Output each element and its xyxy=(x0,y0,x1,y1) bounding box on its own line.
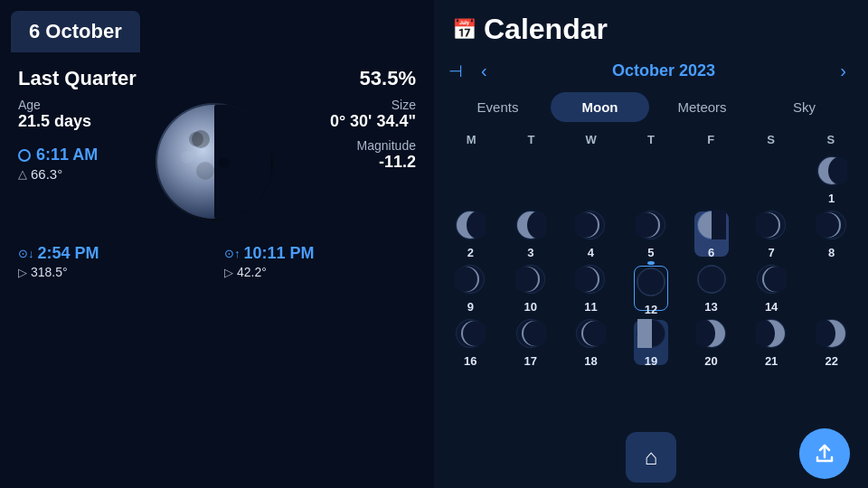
table-row xyxy=(502,154,561,206)
day-cell[interactable]: 3 xyxy=(514,211,548,257)
day-number: 1 xyxy=(828,192,835,205)
table-row[interactable]: 10 xyxy=(502,262,561,314)
day-cell[interactable]: 7 xyxy=(754,211,788,257)
phase-name: Last Quarter xyxy=(18,67,137,90)
table-row[interactable]: 11 xyxy=(561,262,620,314)
table-row[interactable] xyxy=(802,262,861,314)
rise-section: 6:11 AM △ 66.3° xyxy=(18,145,98,182)
table-row[interactable]: 18 xyxy=(561,316,620,369)
home-button[interactable]: ⌂ xyxy=(626,432,676,483)
table-row[interactable]: 9 xyxy=(441,262,500,314)
calendar-week: 1 xyxy=(441,154,861,206)
day-cell[interactable]: 12 xyxy=(634,266,668,311)
table-row[interactable]: 12 xyxy=(622,262,681,314)
svg-rect-27 xyxy=(712,211,726,239)
day-number: 10 xyxy=(524,300,537,314)
transit-time: 2:54 PM xyxy=(38,244,99,263)
day-header-t2: T xyxy=(621,129,681,150)
table-row[interactable]: 8 xyxy=(802,208,861,260)
table-row[interactable]: 6 xyxy=(682,208,741,260)
day-header-m: M xyxy=(441,129,501,150)
calendar-week: 16171819202122 xyxy=(441,316,861,369)
day-cell[interactable]: 22 xyxy=(815,320,849,365)
day-header-s2: S xyxy=(801,129,861,150)
svg-point-6 xyxy=(181,151,193,164)
day-number: 7 xyxy=(769,246,775,259)
moon-phase-icon xyxy=(455,264,486,298)
moon-phase-icon xyxy=(756,264,787,298)
table-row[interactable]: 22 xyxy=(802,316,861,369)
table-row[interactable]: 13 xyxy=(682,262,741,314)
moon-phase-icon xyxy=(636,267,666,301)
moon-phase-icon xyxy=(816,210,847,244)
moon-phase-icon xyxy=(455,210,486,244)
rise-time: 6:11 AM xyxy=(36,145,98,164)
age-value: 21.5 days xyxy=(18,112,98,131)
table-row[interactable]: 20 xyxy=(682,316,741,369)
moon-phase-icon xyxy=(575,264,606,298)
bottom-bar-wrapper: ⌂ xyxy=(434,425,868,488)
svg-point-49 xyxy=(637,268,665,296)
table-row[interactable]: 4 xyxy=(561,208,620,260)
day-cell[interactable]: 20 xyxy=(694,320,729,365)
date-tab[interactable]: 6 October xyxy=(11,11,140,52)
prev-month-button[interactable]: ‹ xyxy=(474,57,495,85)
size-value: 0° 30' 34.4" xyxy=(330,112,416,131)
share-button[interactable] xyxy=(799,428,850,479)
collapse-icon[interactable]: ⊣ xyxy=(448,61,463,81)
table-row[interactable]: 21 xyxy=(742,316,801,369)
day-cell[interactable]: 21 xyxy=(754,320,788,365)
moon-right-col: Size 0° 30' 34.4" Magnitude -11.2 xyxy=(330,94,416,172)
day-number: 21 xyxy=(765,354,778,368)
moon-phase-icon xyxy=(575,318,606,352)
table-row[interactable]: 1 xyxy=(802,154,861,206)
day-number: 12 xyxy=(645,303,657,316)
day-number: 17 xyxy=(524,354,537,368)
day-cell[interactable]: 5 xyxy=(634,211,668,257)
age-label: Age xyxy=(18,98,98,112)
day-cell[interactable]: 10 xyxy=(514,266,548,311)
table-row[interactable]: 5 xyxy=(622,208,681,260)
table-row[interactable]: 14 xyxy=(742,262,801,314)
day-cell[interactable]: 8 xyxy=(815,211,849,257)
table-row[interactable]: 17 xyxy=(502,316,561,369)
day-number: 14 xyxy=(765,300,778,314)
moon-phase-icon xyxy=(756,210,787,244)
day-cell[interactable]: 14 xyxy=(754,266,788,311)
day-cell[interactable]: 6 xyxy=(694,211,729,257)
table-row[interactable]: 16 xyxy=(441,316,500,369)
day-cell[interactable]: 4 xyxy=(573,211,608,257)
transit-deg: 318.5° xyxy=(31,265,68,279)
day-cell[interactable]: 18 xyxy=(573,320,608,365)
tab-events[interactable]: Events xyxy=(448,92,547,122)
tab-meteors[interactable]: Meteors xyxy=(653,92,751,122)
day-cell[interactable]: 17 xyxy=(514,320,548,365)
day-cell[interactable]: 19 xyxy=(634,320,668,365)
calendar-week: 91011121314 xyxy=(441,262,861,314)
rise-icon xyxy=(18,149,31,162)
tabs-row: Events Moon Meteors Sky xyxy=(434,92,868,129)
calendar-title: Calendar xyxy=(484,13,608,46)
illumination: 53.5% xyxy=(360,67,416,90)
table-row[interactable]: 19 xyxy=(622,316,681,369)
day-cell[interactable]: 16 xyxy=(453,320,487,365)
table-row xyxy=(561,154,620,206)
month-nav: ⊣ ‹ October 2023 › xyxy=(434,53,868,92)
next-month-button[interactable]: › xyxy=(833,57,854,85)
transit-deg-row: ▷ 318.5° xyxy=(18,265,210,279)
day-cell[interactable]: 13 xyxy=(694,266,729,311)
table-row[interactable]: 2 xyxy=(441,208,500,260)
day-number: 5 xyxy=(647,246,654,259)
day-cell[interactable]: 11 xyxy=(573,266,608,311)
table-row[interactable]: 7 xyxy=(742,208,801,260)
rise-deg-row: △ 66.3° xyxy=(18,166,98,182)
tab-sky[interactable]: Sky xyxy=(755,92,854,122)
moon-info: Last Quarter 53.5% Age 21.5 days 6:11 AM… xyxy=(0,52,434,294)
day-cell[interactable]: 1 xyxy=(815,157,849,202)
day-cell[interactable]: 9 xyxy=(453,266,487,311)
day-cell[interactable]: 2 xyxy=(453,211,487,257)
day-number: 4 xyxy=(588,246,594,259)
table-row[interactable]: 3 xyxy=(502,208,561,260)
transit-block: ⊙↓ 2:54 PM ▷ 318.5° xyxy=(18,244,210,279)
tab-moon[interactable]: Moon xyxy=(551,92,649,122)
